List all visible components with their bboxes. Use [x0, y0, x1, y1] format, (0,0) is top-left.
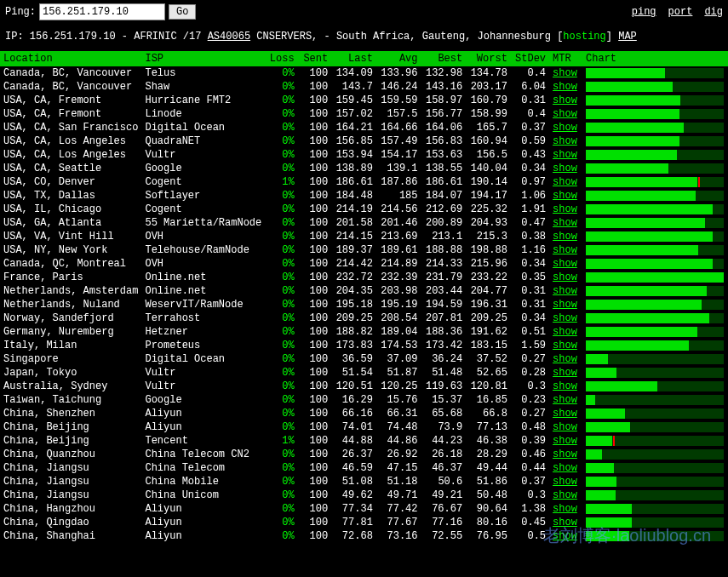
cell-location: USA, CA, Los Angeles — [0, 148, 141, 162]
cell-worst: 80.16 — [466, 516, 511, 529]
go-button[interactable]: Go — [169, 4, 196, 20]
cell-chart — [582, 94, 728, 107]
th-isp[interactable]: ISP — [141, 51, 265, 66]
cell-worst: 215.96 — [466, 257, 511, 271]
show-link[interactable]: show — [553, 149, 577, 161]
th-worst[interactable]: Worst — [466, 51, 511, 66]
cell-stdev: 0.39 — [511, 434, 549, 448]
show-link[interactable]: show — [553, 380, 577, 392]
cell-avg: 157.5 — [376, 107, 421, 121]
show-link[interactable]: show — [553, 517, 577, 528]
show-link[interactable]: show — [553, 203, 577, 215]
cell-sent: 100 — [298, 434, 332, 448]
cell-isp: Aliyun — [141, 407, 265, 420]
show-link[interactable]: show — [553, 476, 577, 488]
show-link[interactable]: show — [553, 176, 577, 188]
cell-location: China, Beijing — [0, 434, 141, 448]
info-ip: 156.251.179.10 — [30, 31, 116, 43]
chart-bar — [586, 150, 724, 160]
show-link[interactable]: show — [553, 530, 577, 542]
cell-chart — [582, 420, 728, 434]
link-ping[interactable]: ping — [632, 6, 656, 18]
show-link[interactable]: show — [553, 94, 577, 106]
th-last[interactable]: Last — [331, 51, 376, 66]
th-avg[interactable]: Avg — [376, 51, 421, 66]
asn-link[interactable]: AS40065 — [208, 31, 250, 43]
table-row: Netherlands, NulandWeservIT/RamNode0%100… — [0, 298, 728, 311]
th-loss[interactable]: Loss — [265, 51, 297, 66]
show-link[interactable]: show — [553, 489, 577, 501]
cell-loss: 1% — [265, 175, 297, 189]
show-link[interactable]: show — [553, 258, 577, 270]
cell-chart — [582, 502, 728, 516]
show-link[interactable]: show — [553, 285, 577, 297]
cell-worst: 165.7 — [466, 121, 511, 134]
cell-sent: 100 — [298, 502, 332, 516]
show-link[interactable]: show — [553, 163, 577, 174]
show-link[interactable]: show — [553, 448, 577, 460]
cell-mtr: show — [549, 311, 582, 325]
cell-location: China, Shanghai — [0, 529, 141, 543]
cell-stdev: 0.45 — [511, 516, 549, 529]
show-link[interactable]: show — [553, 326, 577, 338]
cell-location: USA, TX, Dallas — [0, 189, 141, 203]
th-sent[interactable]: Sent — [298, 51, 332, 66]
th-best[interactable]: Best — [421, 51, 467, 66]
show-link[interactable]: show — [553, 108, 577, 120]
cell-last: 232.72 — [331, 271, 376, 284]
show-link[interactable]: show — [553, 271, 577, 283]
cell-isp: 55 Marietta/RamNode — [141, 216, 265, 230]
show-link[interactable]: show — [553, 353, 577, 365]
cell-location: Japan, Tokyo — [0, 366, 141, 380]
cell-stdev: 0.34 — [511, 311, 549, 325]
link-port[interactable]: port — [668, 6, 693, 18]
link-dig[interactable]: dig — [704, 6, 723, 18]
show-link[interactable]: show — [553, 122, 577, 134]
cell-sent: 100 — [298, 366, 332, 380]
cell-loss: 0% — [265, 257, 297, 271]
show-link[interactable]: show — [553, 394, 577, 406]
cell-avg: 185 — [376, 189, 421, 203]
chart-bar — [586, 313, 724, 323]
show-link[interactable]: show — [553, 503, 577, 515]
th-stdev[interactable]: StDev — [511, 51, 549, 66]
show-link[interactable]: show — [553, 231, 577, 243]
cell-loss: 0% — [265, 121, 297, 134]
map-link[interactable]: MAP — [618, 31, 637, 43]
cell-chart — [582, 257, 728, 271]
show-link[interactable]: show — [553, 408, 577, 420]
cell-loss: 0% — [265, 488, 297, 502]
cell-isp: QuadraNET — [141, 134, 265, 148]
th-location[interactable]: Location — [0, 51, 141, 66]
cell-avg: 159.59 — [376, 94, 421, 107]
show-link[interactable]: show — [553, 190, 577, 202]
show-link[interactable]: show — [553, 340, 577, 351]
show-link[interactable]: show — [553, 299, 577, 311]
cell-worst: 225.32 — [466, 203, 511, 216]
cell-chart — [582, 529, 728, 543]
show-link[interactable]: show — [553, 421, 577, 433]
cell-isp: Cogent — [141, 175, 265, 189]
show-link[interactable]: show — [553, 81, 577, 93]
cell-best: 77.16 — [421, 516, 467, 529]
cell-best: 188.88 — [421, 243, 467, 257]
cell-isp: Aliyun — [141, 502, 265, 516]
cell-loss: 0% — [265, 502, 297, 516]
show-link[interactable]: show — [553, 367, 577, 379]
ip-input[interactable] — [39, 3, 165, 20]
cell-mtr: show — [549, 339, 582, 352]
cell-location: Canada, BC, Vancouver — [0, 80, 141, 94]
show-link[interactable]: show — [553, 435, 577, 447]
show-link[interactable]: show — [553, 135, 577, 147]
table-row: Netherlands, AmsterdamOnline.net0%100204… — [0, 284, 728, 298]
th-mtr[interactable]: MTR — [549, 51, 582, 66]
cell-stdev: 0.51 — [511, 325, 549, 339]
cell-isp: OVH — [141, 257, 265, 271]
show-link[interactable]: show — [553, 244, 577, 256]
show-link[interactable]: show — [553, 217, 577, 229]
cell-stdev: 0.59 — [511, 134, 549, 148]
show-link[interactable]: show — [553, 462, 577, 474]
show-link[interactable]: show — [553, 312, 577, 324]
th-chart[interactable]: Chart — [582, 51, 728, 66]
show-link[interactable]: show — [553, 67, 577, 79]
